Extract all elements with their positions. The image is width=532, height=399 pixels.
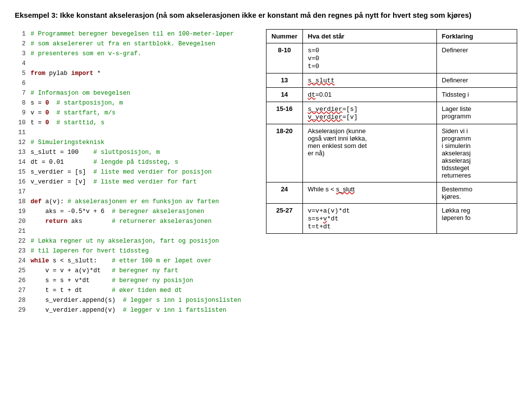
row-number: 14: [266, 88, 303, 102]
line-code: while s < s_slutt: # etter 100 m er løpe…: [31, 256, 212, 266]
line-code: # som akselererer ut fra en startblokk. …: [31, 39, 215, 49]
line-code: v_verdier.append(v) # legger v inn i far…: [31, 305, 227, 315]
code-line: 29 v_verdier.append(v) # legger v inn i …: [15, 305, 256, 315]
row-number: 24: [266, 182, 303, 204]
row-what: s=0v=0t=0: [302, 43, 436, 73]
line-code: # Programmet beregner bevegelsen til en …: [31, 29, 234, 39]
row-what: s_verdier=[s]v_verdier=[v]: [302, 102, 436, 124]
line-code: from pylab import *: [31, 69, 101, 78]
line-number: 23: [15, 246, 26, 256]
code-line: 22# Løkka regner ut ny akselerasjon, far…: [15, 236, 256, 246]
row-explanation: Tidssteg i: [436, 88, 517, 102]
table-row: 18-20Akselerasjon (kunneogså vært inni l…: [266, 124, 517, 182]
page-title: Eksempel 3: Ikke konstant akselerasjon (…: [15, 10, 517, 20]
line-number: 18: [15, 197, 26, 207]
line-code: s_slutt = 100 # sluttposisjon, m: [31, 147, 160, 157]
line-number: 4: [15, 59, 26, 69]
line-number: 11: [15, 128, 26, 138]
line-number: 3: [15, 49, 26, 59]
row-explanation: Bestemmokjøres.: [436, 182, 517, 204]
row-explanation: Definerer: [436, 43, 517, 73]
code-line: 1# Programmet beregner bevegelsen til en…: [15, 29, 256, 39]
row-number: 25-27: [266, 204, 303, 234]
code-line: 16v_verdier = [v] # liste med verdier fo…: [15, 177, 256, 187]
row-what: dt=0.01: [302, 88, 436, 102]
code-line: 27 t = t + dt # øker tiden med dt: [15, 286, 256, 295]
code-block: 1# Programmet beregner bevegelsen til en…: [15, 29, 256, 315]
line-number: 28: [15, 295, 26, 305]
row-what: While s < s_slutt: [302, 182, 436, 204]
row-explanation: Lager listeprogramm: [436, 102, 517, 124]
code-line: 5from pylab import *: [15, 69, 256, 78]
line-code: # presenteres som en v-s-graf.: [31, 49, 141, 59]
table-row: 24While s < s_sluttBestemmokjøres.: [266, 182, 517, 204]
code-line: 14dt = 0.01 # lengde på tidssteg, s: [15, 157, 256, 167]
line-number: 24: [15, 256, 26, 266]
line-code: t = 0 # starttid, s: [31, 118, 104, 128]
code-line: 2# som akselererer ut fra en startblokk.…: [15, 39, 256, 49]
code-line: 8s = 0 # startposisjon, m: [15, 98, 256, 108]
line-number: 9: [15, 108, 26, 118]
line-code: s_verdier.append(s) # legger s inn i pos…: [31, 295, 241, 305]
code-line: 15s_verdier = [s] # liste med verdier fo…: [15, 167, 256, 177]
code-line: 21: [15, 226, 256, 236]
table-row: 13s_sluttDefinerer: [266, 73, 517, 88]
line-number: 25: [15, 266, 26, 276]
code-line: 26 s = s + v*dt # beregner ny posisjon: [15, 276, 256, 286]
line-number: 1: [15, 29, 26, 39]
code-line: 7# Informasjon om bevegelsen: [15, 88, 256, 98]
line-number: 27: [15, 286, 26, 295]
line-code: # Simuleringsteknisk: [31, 138, 104, 147]
line-number: 8: [15, 98, 26, 108]
line-code: s = 0 # startposisjon, m: [31, 98, 123, 108]
line-number: 22: [15, 236, 26, 246]
line-code: # Informasjon om bevegelsen: [31, 88, 131, 98]
code-line: 10t = 0 # starttid, s: [15, 118, 256, 128]
line-code: def a(v): # akselerasjonen er en funksjo…: [31, 197, 219, 207]
line-code: v = 0 # startfart, m/s: [31, 108, 116, 118]
row-number: 13: [266, 73, 303, 88]
col-header-nummer: Nummer: [266, 30, 303, 43]
line-number: 12: [15, 138, 26, 147]
explanation-table: Nummer Hva det står Forklaring 8-10s=0v=…: [266, 29, 517, 234]
line-code: aks = -0.5*v + 6 # beregner akselerasjon…: [31, 207, 204, 217]
line-number: 15: [15, 167, 26, 177]
row-number: 18-20: [266, 124, 303, 182]
row-what: v=v+a(v)*dts=s+v*dtt=t+dt: [302, 204, 436, 234]
main-content: 1# Programmet beregner bevegelsen til en…: [15, 29, 517, 315]
table-panel: Nummer Hva det står Forklaring 8-10s=0v=…: [266, 29, 517, 234]
line-number: 14: [15, 157, 26, 167]
line-number: 6: [15, 78, 26, 88]
table-row: 15-16s_verdier=[s]v_verdier=[v]Lager lis…: [266, 102, 517, 124]
code-line: 23# til løperen for hvert tidssteg: [15, 246, 256, 256]
col-header-hva: Hva det står: [302, 30, 436, 43]
code-panel: 1# Programmet beregner bevegelsen til en…: [15, 29, 256, 315]
line-number: 21: [15, 226, 26, 236]
code-line: 6: [15, 78, 256, 88]
line-number: 13: [15, 147, 26, 157]
row-explanation: Siden vi iprogrammi simulerinakselerasja…: [436, 124, 517, 182]
row-number: 8-10: [266, 43, 303, 73]
code-line: 17: [15, 187, 256, 197]
line-code: v = v + a(v)*dt # beregner ny fart: [31, 266, 178, 276]
code-line: 18def a(v): # akselerasjonen er en funks…: [15, 197, 256, 207]
line-code: v_verdier = [v] # liste med verdier for …: [31, 177, 197, 187]
line-code: dt = 0.01 # lengde på tidssteg, s: [31, 157, 178, 167]
code-line: 12# Simuleringsteknisk: [15, 138, 256, 147]
code-line: 25 v = v + a(v)*dt # beregner ny fart: [15, 266, 256, 276]
line-number: 7: [15, 88, 26, 98]
row-what: s_slutt: [302, 73, 436, 88]
line-number: 2: [15, 39, 26, 49]
col-header-forklaring: Forklaring: [436, 30, 517, 43]
line-code: return aks # returnerer akselerasjonen: [31, 217, 212, 226]
table-row: 8-10s=0v=0t=0Definerer: [266, 43, 517, 73]
line-code: s_verdier = [s] # liste med verdier for …: [31, 167, 212, 177]
code-line: 19 aks = -0.5*v + 6 # beregner akseleras…: [15, 207, 256, 217]
line-code: s = s + v*dt # beregner ny posisjon: [31, 276, 193, 286]
row-what: Akselerasjon (kunneogså vært inni løkka,…: [302, 124, 436, 182]
code-line: 11: [15, 128, 256, 138]
table-row: 14dt=0.01Tidssteg i: [266, 88, 517, 102]
row-explanation: Definerer: [436, 73, 517, 88]
line-number: 26: [15, 276, 26, 286]
row-number: 15-16: [266, 102, 303, 124]
